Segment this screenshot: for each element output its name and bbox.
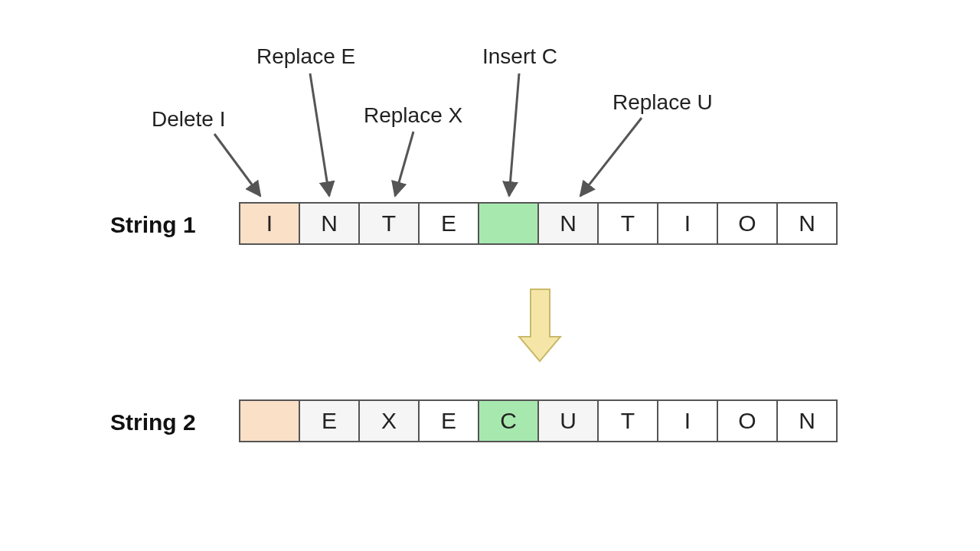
- string1-cell-8: O: [717, 202, 778, 245]
- string1-label: String 1: [110, 212, 196, 238]
- string2-cell-3: E: [418, 399, 479, 442]
- string2-cells: E X E C U T I O N: [239, 399, 838, 442]
- string1-cells: I N T E N T I O N: [239, 202, 838, 245]
- arrow-replace-x: [395, 132, 413, 196]
- string2-cell-8: O: [717, 399, 778, 442]
- string1-cell-4: [478, 202, 539, 245]
- string2-cell-2: X: [358, 399, 420, 442]
- operation-replace-u-label: Replace U: [612, 90, 713, 115]
- string1-cell-0: I: [239, 202, 300, 245]
- down-arrow-icon: [519, 289, 560, 361]
- string2-cell-9: N: [776, 399, 838, 442]
- string1-cell-7: I: [657, 202, 718, 245]
- arrow-delete-i: [214, 134, 260, 196]
- string1-cell-9: N: [776, 202, 838, 245]
- arrow-insert-c: [509, 73, 519, 196]
- string2-cell-0: [239, 399, 300, 442]
- string2-cell-6: T: [597, 399, 658, 442]
- string1-cell-1: N: [299, 202, 360, 245]
- string1-cell-5: N: [537, 202, 599, 245]
- operation-replace-e-label: Replace E: [256, 44, 355, 69]
- string1-cell-6: T: [597, 202, 658, 245]
- operation-replace-x-label: Replace X: [364, 103, 462, 128]
- string2-cell-1: E: [299, 399, 360, 442]
- operation-insert-c-label: Insert C: [482, 44, 557, 69]
- arrow-replace-e: [310, 73, 329, 196]
- operation-delete-label: Delete I: [152, 107, 226, 132]
- string1-cell-3: E: [418, 202, 479, 245]
- arrow-replace-u: [580, 118, 642, 196]
- string2-cell-4: C: [478, 399, 539, 442]
- diagram-stage: Delete I Replace E Replace X Insert C Re…: [0, 0, 980, 551]
- string2-label: String 2: [110, 409, 196, 435]
- string1-cell-2: T: [358, 202, 420, 245]
- string2-cell-5: U: [537, 399, 599, 442]
- string2-cell-7: I: [657, 399, 718, 442]
- arrow-overlay: [0, 0, 980, 551]
